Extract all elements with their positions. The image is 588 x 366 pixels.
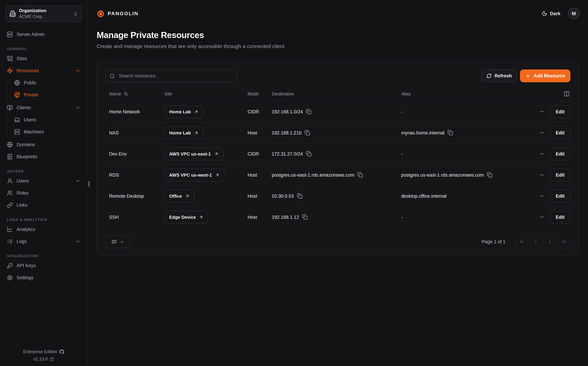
sidebar-item-users[interactable]: Users — [4, 175, 83, 187]
sidebar-item-links[interactable]: Links — [4, 199, 83, 211]
site-link-button[interactable]: Edge Device — [164, 211, 208, 223]
chevron-left-icon — [533, 239, 538, 244]
edit-button[interactable]: Edit — [550, 168, 570, 181]
copy-icon[interactable] — [306, 151, 311, 157]
cell-site: Office — [161, 190, 244, 202]
refresh-button[interactable]: Refresh — [481, 69, 517, 82]
copy-icon[interactable] — [306, 109, 311, 114]
row-menu-button[interactable] — [538, 192, 545, 200]
sidebar-item-label: API Keys — [17, 263, 81, 268]
cell-mode: CIDR — [244, 109, 268, 114]
sidebar-item-public[interactable]: Public — [7, 77, 83, 89]
sidebar-item-roles[interactable]: Roles — [4, 187, 83, 199]
cell-actions: Edit — [526, 168, 570, 181]
edit-button[interactable]: Edit — [550, 105, 570, 118]
sidebar-item-label: Sites — [17, 56, 81, 61]
sidebar-item-resources[interactable]: Resources — [4, 65, 83, 76]
site-link-button[interactable]: Home Lab — [164, 126, 203, 139]
cell-alias: desktop.office.internal — [397, 193, 526, 198]
globe-lock-icon — [14, 92, 20, 98]
edit-button[interactable]: Edit — [550, 190, 570, 202]
nav-section-label: GENERAL — [7, 47, 81, 51]
first-page-button[interactable] — [515, 235, 528, 248]
avatar[interactable]: M — [568, 8, 580, 19]
globe-icon — [7, 142, 13, 148]
search-box — [105, 69, 237, 82]
row-menu-button[interactable] — [538, 129, 545, 137]
sidebar-item-private[interactable]: Private — [7, 89, 83, 100]
user-icon — [7, 178, 13, 184]
pager-buttons — [515, 235, 570, 248]
sidebar-item-api-keys[interactable]: API Keys — [4, 260, 83, 271]
sidebar-item-logs[interactable]: Logs — [4, 236, 83, 247]
copy-icon[interactable] — [302, 214, 308, 220]
edition-link[interactable]: Enterprise Edition — [0, 349, 87, 354]
moon-icon — [542, 11, 547, 16]
row-menu-button[interactable] — [538, 213, 545, 221]
site-link-button[interactable]: Office — [164, 190, 194, 202]
page-info: Page 1 of 1 — [482, 239, 506, 244]
copy-icon[interactable] — [305, 130, 310, 136]
cell-alias: mynas.home.internal — [397, 130, 526, 136]
page-title: Manage Private Resources — [97, 30, 579, 40]
sidebar-item-domains[interactable]: Domains — [4, 139, 83, 150]
site-name: Home Lab — [169, 130, 191, 135]
column-visibility-button[interactable] — [564, 91, 570, 97]
add-resource-button[interactable]: Add Resource — [520, 69, 570, 82]
building-icon — [9, 10, 16, 17]
site-link-button[interactable]: AWS VPC us-west-1 — [164, 168, 224, 181]
page-size-select[interactable]: 20 — [105, 235, 130, 248]
site-name: Home Lab — [169, 109, 191, 114]
sidebar-item-clients[interactable]: Clients — [4, 102, 83, 113]
edit-button[interactable]: Edit — [550, 211, 570, 223]
edit-button[interactable]: Edit — [550, 126, 570, 139]
sidebar-item-label: Roles — [17, 191, 81, 196]
row-menu-button[interactable] — [538, 108, 545, 115]
search-input[interactable] — [118, 73, 233, 79]
last-page-button[interactable] — [558, 235, 570, 248]
table-row: Home NetworkHome LabCIDR192.168.1.0/24-E… — [105, 101, 570, 122]
site-link-button[interactable]: Home Lab — [164, 105, 203, 118]
copy-icon[interactable] — [358, 172, 363, 178]
copy-icon[interactable] — [297, 193, 302, 199]
copy-icon[interactable] — [448, 130, 453, 136]
sidebar-item-sites[interactable]: Sites — [4, 53, 83, 64]
sort-icon[interactable] — [124, 92, 128, 96]
avatar-initial: M — [572, 11, 576, 16]
sidebar-item-analytics[interactable]: Analytics — [4, 224, 83, 235]
column-header-actions — [526, 91, 570, 97]
theme-toggle[interactable]: Dark — [542, 11, 560, 16]
table-row: Remote DesktopOfficeHost10.30.0.53deskto… — [105, 185, 570, 206]
sidebar-item-label: Private — [24, 92, 81, 98]
laptop-icon — [14, 117, 20, 123]
cell-name: Remote Desktop — [105, 193, 161, 198]
copy-icon[interactable] — [487, 172, 492, 178]
sidebar-item-users[interactable]: Users — [7, 114, 83, 125]
edition-label: Enterprise Edition — [23, 349, 57, 354]
sidebar-item-server-admin[interactable]: Server Admin — [4, 29, 83, 40]
edit-button[interactable]: Edit — [550, 147, 570, 160]
pangolin-logo-icon — [97, 9, 105, 17]
next-page-button[interactable] — [544, 235, 556, 248]
chevron-right-icon — [547, 239, 552, 244]
cell-mode: Host — [244, 193, 268, 198]
sidebar-item-label: Public — [24, 80, 81, 85]
alias-value: - — [401, 151, 403, 156]
row-menu-button[interactable] — [538, 150, 545, 158]
version-link[interactable]: v1.13.0 — [0, 357, 87, 361]
cell-destination: 172.31.27.0/24 — [268, 151, 397, 157]
alias-value: - — [401, 214, 403, 220]
sidebar-item-settings[interactable]: Settings — [4, 272, 83, 283]
row-menu-button[interactable] — [538, 171, 545, 179]
org-switcher[interactable]: Organization ACME Corp. — [6, 6, 82, 22]
sidebar-item-blueprints[interactable]: Blueprints — [4, 151, 83, 162]
site-link-button[interactable]: AWS VPC us-east-1 — [164, 147, 223, 160]
external-link-icon — [50, 357, 54, 361]
previous-page-button[interactable] — [529, 235, 542, 248]
arrow-up-right-icon — [215, 173, 220, 177]
receipt-icon — [7, 154, 13, 160]
toolbar-actions: Refresh Add Resource — [481, 69, 570, 82]
sidebar-item-machines[interactable]: Machines — [7, 126, 83, 137]
destination-value: 192.168.1.210 — [272, 130, 301, 135]
table-body: Home NetworkHome LabCIDR192.168.1.0/24-E… — [105, 101, 570, 227]
